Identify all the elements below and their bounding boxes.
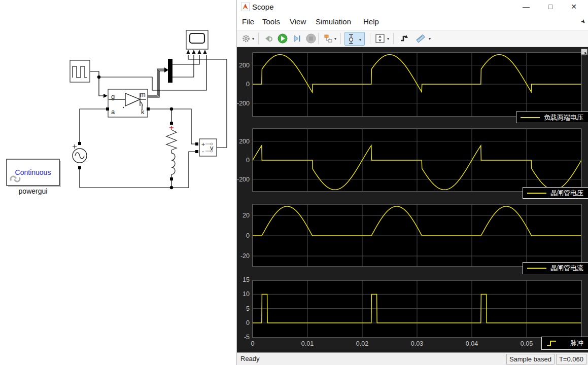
x-tick-label: 0.04 (466, 340, 478, 347)
wire-demux2-to-scope2 (172, 55, 194, 77)
wire-m-vector-1 (148, 69, 164, 95)
menu-help[interactable]: Help (363, 17, 379, 26)
legend-line-sample (521, 117, 540, 118)
toolbar: ▾ ▾ ▾ (237, 30, 588, 47)
y-tick-label: 5 (246, 305, 250, 312)
legend-plot1[interactable]: 负载两端电压 (516, 112, 588, 123)
y-tick-label: -200 (237, 100, 250, 107)
scale-y-axis-icon[interactable] (374, 32, 386, 45)
axes-plot4[interactable]: 151050-500.010.020.030.040.05 (243, 276, 581, 347)
y-tick-label: 0 (246, 232, 250, 239)
powergui-mode-text: Continuous (15, 168, 51, 176)
title-bar[interactable]: Scope — □ ✕ (237, 0, 588, 14)
legend-line-sample (527, 193, 546, 194)
simulink-model-canvas[interactable]: g a m k (0, 0, 236, 365)
settings-caret[interactable]: ▾ (252, 36, 254, 41)
wire-source-to-anode (80, 109, 108, 143)
status-bar: Ready Sample based T=0.060 (237, 352, 588, 365)
vmeter-v-label: v (210, 144, 214, 152)
cathode-port[interactable] (147, 107, 150, 111)
axes-plot3[interactable]: 200-20 (240, 204, 581, 267)
voltage-measurement-block[interactable]: + - v (195, 139, 217, 156)
undock-axes-icon[interactable] (581, 49, 587, 55)
demux-block[interactable] (168, 59, 172, 83)
x-tick-label: 0.02 (356, 340, 368, 347)
axes-plot2[interactable]: 2000-200 (237, 129, 581, 192)
anode-port[interactable] (106, 107, 109, 111)
legend-text: 晶闸管电压 (550, 189, 583, 198)
y-tick-label: 10 (243, 290, 250, 298)
x-tick-label: 0.03 (411, 340, 423, 347)
port-label-m: m (140, 91, 146, 98)
legend-text: 晶闸管电流 (550, 264, 583, 273)
legend-plot4[interactable]: 脉冲 (541, 337, 588, 350)
y-tick-label: -20 (240, 252, 250, 260)
vmeter-plus-label: + (201, 141, 205, 148)
scope-plots[interactable]: 2000-2002000-200200-20151050-500.010.020… (237, 47, 588, 352)
maximize-button[interactable]: □ (539, 0, 562, 13)
legend-text: 负载两端电压 (544, 113, 583, 122)
step-forward-icon[interactable] (291, 32, 303, 45)
demux-input-arrow (164, 67, 168, 72)
inductor-icon (171, 150, 175, 177)
y-tick-label: 200 (239, 138, 250, 145)
menu-tools[interactable]: Tools (262, 17, 280, 26)
screenshot-root: g a m k (0, 0, 588, 365)
status-ready: Ready (240, 355, 260, 362)
rlc-plus-sign (169, 126, 174, 130)
source-plus-port[interactable] (78, 142, 81, 145)
menu-bar: File Tools View Simulation Help ➤ (237, 14, 588, 30)
toolbar-overflow-icon[interactable]: ➤ (579, 18, 587, 26)
x-tick-label: 0.05 (521, 340, 533, 347)
window-title: Scope (252, 3, 274, 11)
minimize-button[interactable]: — (515, 0, 537, 13)
vmeter-plus-port[interactable] (195, 142, 198, 145)
stop-icon[interactable] (305, 32, 317, 45)
gate-input-arrow (103, 94, 108, 98)
menu-simulation[interactable]: Simulation (316, 17, 351, 26)
legend-plot3[interactable]: 晶闸管电流 (523, 262, 588, 274)
port-label-g: g (111, 93, 115, 100)
powergui-block[interactable]: Continuous powergui (7, 159, 61, 195)
cursor-caret[interactable]: ▾ (359, 38, 361, 42)
matlab-scope-icon (241, 3, 250, 11)
vmeter-minus-port[interactable] (195, 150, 198, 153)
signal-wires[interactable] (80, 55, 227, 188)
measurements-ruler-icon[interactable] (414, 32, 427, 45)
simulation-blocks-icon[interactable] (322, 32, 334, 45)
ruler-caret[interactable]: ▾ (429, 36, 431, 41)
close-button[interactable]: ✕ (563, 0, 585, 13)
scope-display-area[interactable]: 2000-2002000-200200-20151050-500.010.020… (237, 47, 588, 352)
pulse-generator-block[interactable] (70, 60, 90, 82)
y-tick-label: 0 (246, 81, 250, 88)
scope-block[interactable] (186, 30, 208, 54)
run-icon[interactable] (276, 32, 289, 45)
thyristor-block[interactable]: g a m k (106, 89, 150, 117)
scope-window: Scope — □ ✕ File Tools View Simulation H… (236, 0, 588, 365)
source-minus-port[interactable] (78, 166, 81, 169)
rlc-top-port[interactable] (170, 122, 173, 125)
settings-gear-icon[interactable] (240, 32, 252, 45)
legend-step-sample (546, 339, 559, 347)
rlc-bottom-port[interactable] (170, 177, 173, 180)
y-tick-label: 15 (243, 276, 250, 283)
cursor-measurements-button[interactable]: ▾ (344, 32, 365, 46)
trigger-icon[interactable] (398, 32, 410, 45)
blocks-caret[interactable]: ▾ (334, 36, 336, 41)
x-tick-label: 0.01 (301, 340, 314, 347)
legend-plot2[interactable]: 晶闸管电压 (523, 187, 588, 199)
y-tick-label: -200 (237, 176, 250, 183)
thyristor-dot (123, 107, 124, 108)
wire-pulse-to-scope4 (99, 55, 206, 90)
y-tick-label: 0 (246, 157, 250, 164)
menu-view[interactable]: View (290, 17, 306, 26)
rlc-branch-block[interactable] (166, 122, 177, 180)
scale-caret[interactable]: ▾ (387, 36, 389, 41)
y-tick-label: 200 (239, 62, 250, 69)
axes-plot1[interactable]: 2000-200 (237, 53, 581, 117)
wire-bottom-rail (80, 152, 197, 188)
port-label-a: a (111, 108, 115, 116)
ac-voltage-source-block[interactable] (73, 142, 87, 169)
step-back-icon[interactable] (262, 32, 274, 45)
menu-file[interactable]: File (242, 17, 254, 26)
